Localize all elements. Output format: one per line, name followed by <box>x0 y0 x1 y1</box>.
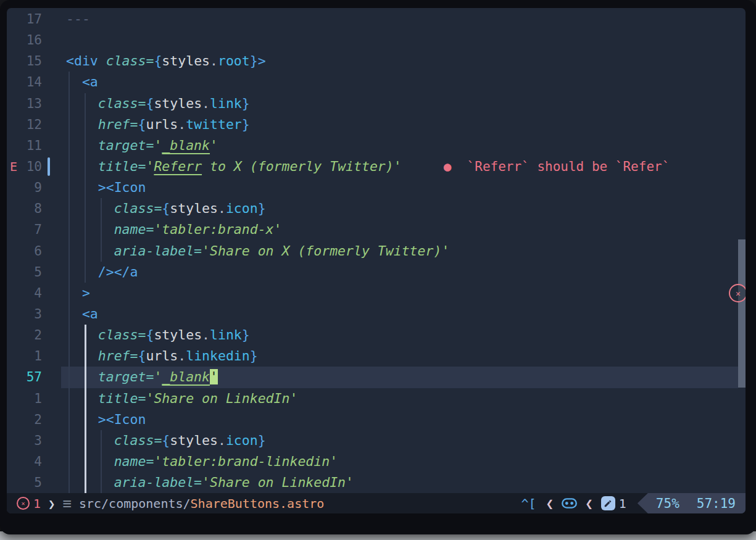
line-number: 11 <box>7 135 42 156</box>
indent-guide <box>69 72 70 493</box>
code-text: /></a <box>66 262 138 283</box>
code-line[interactable]: 8 class={styles.icon} <box>7 198 746 219</box>
indent-guide <box>85 93 86 283</box>
code-text: ><Icon <box>66 177 146 198</box>
code-line[interactable]: 15<div class={styles.root}> <box>7 51 746 72</box>
line-number: 2 <box>7 325 42 346</box>
code-editor: 17---1615<div class={styles.root}>14 <a1… <box>7 8 746 513</box>
code-line[interactable]: 14 <a <box>7 72 746 93</box>
code-line[interactable]: 12 href={urls.twitter} <box>7 114 746 135</box>
code-line[interactable]: 7 name='tabler:brand-x' <box>7 219 746 240</box>
line-number: 14 <box>7 72 42 93</box>
code-line[interactable]: 2 ><Icon <box>7 409 746 430</box>
code-line[interactable]: 5 /></a <box>7 262 746 283</box>
code-line[interactable]: 9 ><Icon <box>7 177 746 198</box>
inline-diagnostic: ● `Referr` should be `Refer` <box>444 159 670 174</box>
line-number: 17 <box>7 9 42 30</box>
code-text: class={styles.link} <box>66 93 250 114</box>
pencil-edit-icon[interactable] <box>601 496 615 510</box>
indent-guide <box>101 430 102 493</box>
status-bar-left: ✕ 1 ❯ ≡ src/components/ShareButtons.astr… <box>7 496 324 511</box>
code-line[interactable]: E10 title='Referr to X (formerly Twitter… <box>7 156 746 177</box>
file-path: src/components/ShareButtons.astro <box>79 496 324 511</box>
error-marker-icon[interactable]: ✕ <box>729 284 746 302</box>
status-bar-right: ^[ ❮ ❮ 1 75% 57 <box>521 493 746 513</box>
copilot-icon[interactable] <box>562 497 577 510</box>
separator-chevron-icon: ❮ <box>585 496 593 511</box>
indent-guide <box>101 198 102 261</box>
code-line[interactable]: 1 title='Share on LinkedIn' <box>7 388 746 409</box>
cursor-position: 57:19 <box>697 496 736 511</box>
code-line[interactable]: 13 class={styles.link} <box>7 93 746 114</box>
error-count: 1 <box>33 496 41 511</box>
code-line[interactable]: 1 href={urls.linkedin} <box>7 346 746 367</box>
code-line[interactable]: 4 > <box>7 283 746 304</box>
prompt-chevron-icon: ❯ <box>48 497 55 510</box>
line-number: 1 <box>7 346 42 367</box>
error-circle-icon: ✕ <box>17 497 30 510</box>
line-number: 8 <box>7 198 42 219</box>
scrollbar-thumb[interactable] <box>738 239 746 388</box>
line-number: 6 <box>7 241 42 262</box>
code-text: href={urls.twitter} <box>66 114 250 135</box>
code-text: class={styles.icon} <box>66 198 266 219</box>
code-text: href={urls.linkedin} <box>66 346 258 367</box>
code-text: aria-label='Share on X (formerly Twitter… <box>66 241 449 262</box>
file-directory: src/components/ <box>79 496 191 511</box>
separator-chevron-icon: ❮ <box>546 496 554 511</box>
code-line[interactable]: 5 aria-label='Share on LinkedIn' <box>7 472 746 493</box>
buffer-list-icon[interactable]: ≡ <box>63 496 72 511</box>
code-text: class={styles.icon} <box>66 430 266 451</box>
line-number: 3 <box>7 430 42 451</box>
code-text: <a <box>66 72 98 93</box>
code-text: target='_blank' <box>66 367 218 388</box>
code-text: name='tabler:brand-x' <box>66 219 282 240</box>
code-line[interactable]: 6 aria-label='Share on X (formerly Twitt… <box>7 241 746 262</box>
code-line[interactable]: 3 class={styles.icon} <box>7 430 746 451</box>
code-text: <div class={styles.root}> <box>66 51 266 72</box>
position-segment: 75% 57:19 <box>638 493 746 513</box>
code-line[interactable]: 3 <a <box>7 304 746 325</box>
status-bar: ✕ 1 ❯ ≡ src/components/ShareButtons.astr… <box>7 493 746 513</box>
code-text: --- <box>66 9 90 30</box>
code-text: <a <box>66 304 98 325</box>
code-line[interactable]: 17--- <box>7 9 746 30</box>
code-line[interactable]: 16 <box>7 30 746 51</box>
code-text: class={styles.link} <box>66 325 250 346</box>
line-number: 7 <box>7 219 42 240</box>
code-text: name='tabler:brand-linkedin' <box>66 451 338 472</box>
diagnostics-error-indicator[interactable]: ✕ 1 <box>17 496 41 511</box>
line-number: 57 <box>7 367 42 388</box>
line-number: 4 <box>7 451 42 472</box>
code-line[interactable]: 57 target='_blank' <box>7 367 746 388</box>
line-number: 9 <box>7 177 42 198</box>
code-line[interactable]: 4 name='tabler:brand-linkedin' <box>7 451 746 472</box>
pending-key-indicator: ^[ <box>521 496 536 511</box>
code-text: title='Referr to X (formerly Twitter)'● … <box>66 156 670 177</box>
line-number: 5 <box>7 472 42 493</box>
line-number: 16 <box>7 30 42 51</box>
editor-window: 17---1615<div class={styles.root}>14 <a1… <box>0 0 756 534</box>
line-number: 13 <box>7 93 42 114</box>
line-number: 1 <box>7 388 42 409</box>
scope-indent-guide <box>85 325 86 493</box>
file-name: ShareButtons.astro <box>191 496 325 511</box>
code-line[interactable]: 11 target='_blank' <box>7 135 746 156</box>
text-cursor: ' <box>210 369 218 384</box>
line-number: 2 <box>7 409 42 430</box>
line-number: 4 <box>7 283 42 304</box>
edit-count: 1 <box>619 496 626 511</box>
change-indicator-bar <box>48 157 50 176</box>
line-number: 15 <box>7 51 42 72</box>
line-number: 12 <box>7 114 42 135</box>
code-area[interactable]: 17---1615<div class={styles.root}>14 <a1… <box>7 9 746 493</box>
code-line[interactable]: 2 class={styles.link} <box>7 325 746 346</box>
line-number: 5 <box>7 262 42 283</box>
scroll-percent: 75% <box>656 496 679 511</box>
line-number: 10 <box>7 156 42 177</box>
code-text: target='_blank' <box>66 135 218 156</box>
line-number: 3 <box>7 304 42 325</box>
code-text: title='Share on LinkedIn' <box>66 388 297 409</box>
code-text: ><Icon <box>66 409 146 430</box>
code-text: aria-label='Share on LinkedIn' <box>66 472 354 493</box>
